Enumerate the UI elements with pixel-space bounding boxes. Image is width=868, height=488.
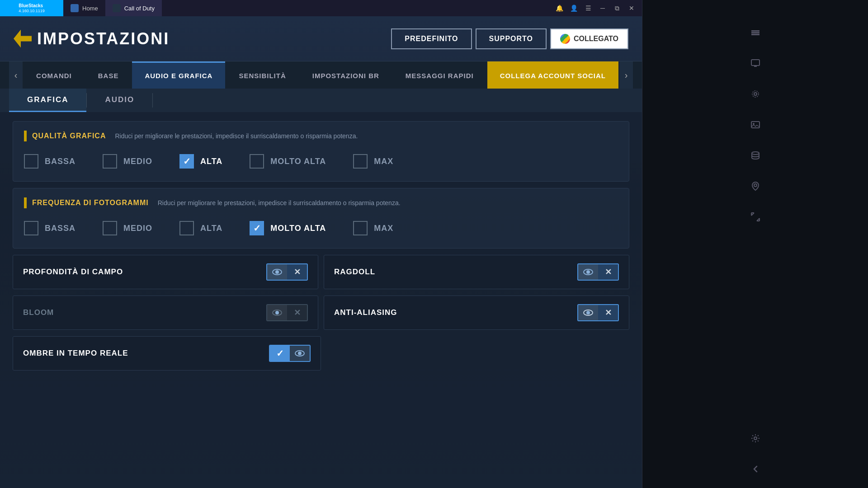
sidebar-layers-icon[interactable] <box>745 23 765 42</box>
qualita-option-alta[interactable]: ALTA <box>179 154 222 169</box>
qualita-title-row: QUALITÀ GRAFICA Riduci per migliorare le… <box>24 131 618 141</box>
ombre-toggle[interactable] <box>269 345 311 362</box>
svg-rect-2 <box>751 34 760 35</box>
profondita-toggle[interactable]: ✕ <box>266 263 308 281</box>
bloom-toggle-on <box>267 305 287 320</box>
sidebar-settings-icon[interactable] <box>745 84 765 104</box>
titlebar-tab-cod[interactable]: Call of Duty <box>105 0 162 16</box>
toggle-ombre: OMBRE IN TEMPO REALE <box>13 336 321 371</box>
frequenza-title-row: FREQUENZA DI FOTOGRAMMI Riduci per migli… <box>24 197 618 208</box>
close-btn[interactable]: ✕ <box>625 1 638 15</box>
tab-next-arrow[interactable]: › <box>619 61 633 89</box>
svg-point-10 <box>754 184 757 187</box>
frequenza-label-medio: MEDIO <box>123 224 152 233</box>
qualita-checkbox-max <box>353 154 368 169</box>
cod-tab-icon <box>113 4 121 12</box>
anti-aliasing-toggle-off: ✕ <box>598 305 618 320</box>
titlebar-tab-home[interactable]: Home <box>63 0 105 16</box>
minimize-btn[interactable]: ─ <box>596 1 609 15</box>
svg-rect-3 <box>751 60 760 66</box>
bloom-label: BLOOM <box>23 308 54 317</box>
toggle-grid-row1: PROFONDITÀ DI CAMPO ✕ RAGDOLL <box>13 255 629 289</box>
qualita-option-medio[interactable]: MEDIO <box>103 154 152 169</box>
frequenza-option-bassa[interactable]: BASSA <box>24 221 75 235</box>
sidebar-back-icon[interactable] <box>745 459 765 479</box>
frequenza-option-molto-alta[interactable]: MOLTO ALTA <box>250 221 326 235</box>
tab-sensibilita[interactable]: SENSIBILITÀ <box>226 61 298 89</box>
tab-comandi[interactable]: COMANDI <box>24 61 85 89</box>
anti-aliasing-x-icon: ✕ <box>605 308 612 318</box>
supporto-button[interactable]: SUPPORTO <box>476 28 547 49</box>
profondita-x-icon: ✕ <box>294 267 301 277</box>
ragdoll-label: RAGDOLL <box>334 267 375 277</box>
ragdoll-toggle-on <box>578 264 598 280</box>
svg-point-5 <box>754 93 757 95</box>
settings-content: QUALITÀ GRAFICA Riduci per migliorare le… <box>0 112 642 488</box>
frequenza-options-row: BASSA MEDIO ALTA MOLTO ALTA MAX <box>24 217 618 239</box>
qualita-grafica-section: QUALITÀ GRAFICA Riduci per migliorare le… <box>13 121 629 182</box>
tab-collega[interactable]: COLLEGA ACCOUNT SOCIAL <box>487 61 618 89</box>
qualita-option-bassa[interactable]: BASSA <box>24 154 75 169</box>
sidebar-image-icon[interactable] <box>745 115 765 135</box>
frequenza-option-alta[interactable]: ALTA <box>179 221 222 235</box>
ragdoll-toggle[interactable]: ✕ <box>577 263 619 281</box>
toggle-ragdoll: RAGDOLL ✕ <box>324 255 629 289</box>
sidebar-monitor-icon[interactable] <box>745 53 765 73</box>
tab-impostazioni-br[interactable]: IMPOSTAZIONI BR <box>300 61 392 89</box>
ombre-check-icon <box>270 346 290 361</box>
svg-rect-1 <box>751 32 760 33</box>
frequenza-checkbox-medio <box>103 221 117 235</box>
sub-tab-audio[interactable]: AUDIO <box>87 89 152 112</box>
toggle-anti-aliasing: ANTI-ALIASING ✕ <box>324 296 629 330</box>
toggle-grid-row2: BLOOM ✕ ANTI-ALIASING <box>13 296 629 330</box>
profondita-toggle-on <box>267 264 287 280</box>
frequenza-label-molto-alta: MOLTO ALTA <box>270 224 326 233</box>
collegato-button[interactable]: COLLEGATO <box>550 28 628 49</box>
qualita-option-max[interactable]: MAX <box>353 154 393 169</box>
titlebar: BlueStacks4.160.10.1119 Home Call of Dut… <box>0 0 642 16</box>
frequenza-title: FREQUENZA DI FOTOGRAMMI <box>32 199 149 207</box>
sidebar-resize-icon[interactable] <box>745 207 765 227</box>
sidebar-location-icon[interactable] <box>745 176 765 196</box>
qualita-desc: Riduci per migliorare le prestazioni, im… <box>115 132 358 140</box>
tab-prev-arrow[interactable]: ‹ <box>9 61 23 89</box>
frequenza-section: FREQUENZA DI FOTOGRAMMI Riduci per migli… <box>13 188 629 249</box>
frequenza-option-max[interactable]: MAX <box>353 221 393 235</box>
anti-aliasing-toggle-on <box>578 305 598 320</box>
frequenza-option-medio[interactable]: MEDIO <box>103 221 152 235</box>
toggle-bloom: BLOOM ✕ <box>13 296 318 330</box>
svg-rect-0 <box>751 30 760 32</box>
menu-btn[interactable]: ☰ <box>581 1 595 15</box>
restore-btn[interactable]: ⧉ <box>610 1 624 15</box>
qualita-checkbox-bassa <box>24 154 38 169</box>
anti-aliasing-eye-icon <box>583 310 593 316</box>
header-buttons: PREDEFINITO SUPPORTO COLLEGATO <box>391 28 628 49</box>
anti-aliasing-label: ANTI-ALIASING <box>334 308 397 317</box>
sidebar-gear-icon[interactable] <box>745 428 765 448</box>
back-button[interactable]: IMPOSTAZIONI <box>14 29 170 48</box>
svg-point-6 <box>752 91 759 97</box>
qualita-label-alta: ALTA <box>200 157 222 166</box>
notification-btn[interactable]: 🔔 <box>552 1 566 15</box>
tab-messaggi[interactable]: MESSAGGI RAPIDI <box>393 61 486 89</box>
qualita-option-molto-alta[interactable]: MOLTO ALTA <box>250 154 326 169</box>
ragdoll-toggle-off: ✕ <box>598 264 618 280</box>
page-title: IMPOSTAZIONI <box>37 29 170 48</box>
tab-audio-grafica[interactable]: AUDIO E GRAFICA <box>132 61 225 89</box>
account-btn[interactable]: 👤 <box>567 1 580 15</box>
ragdoll-x-icon: ✕ <box>605 267 612 277</box>
sidebar-database-icon[interactable] <box>745 145 765 165</box>
qualita-label-medio: MEDIO <box>123 157 152 166</box>
qualita-title: QUALITÀ GRAFICA <box>32 132 106 140</box>
tab-base[interactable]: BASE <box>85 61 132 89</box>
anti-aliasing-toggle[interactable]: ✕ <box>577 304 619 321</box>
svg-point-11 <box>754 437 757 440</box>
window-controls: 🔔 👤 ☰ ─ ⧉ ✕ <box>552 1 642 15</box>
sub-tab-grafica[interactable]: GRAFICA <box>9 89 86 112</box>
toggle-profondita: PROFONDITÀ DI CAMPO ✕ <box>13 255 318 289</box>
predefinito-button[interactable]: PREDEFINITO <box>391 28 472 49</box>
bloom-toggle[interactable]: ✕ <box>266 304 308 321</box>
profondita-eye-icon <box>272 269 282 275</box>
ombre-circle-icon <box>290 346 310 361</box>
qualita-checkbox-molto-alta <box>250 154 264 169</box>
